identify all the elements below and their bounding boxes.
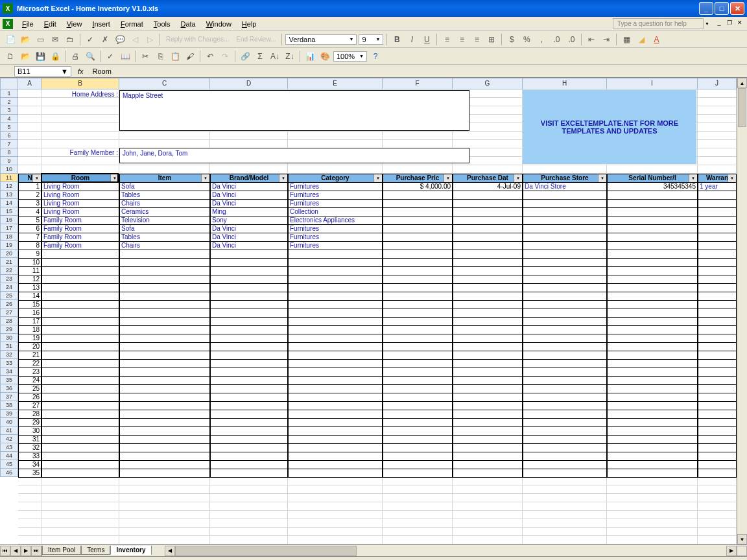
cell[interactable]: 9 bbox=[18, 250, 42, 259]
new-icon[interactable]: 📄 bbox=[4, 33, 17, 46]
increase-indent-button[interactable]: ⇥ bbox=[600, 33, 613, 46]
cell[interactable] bbox=[383, 191, 453, 200]
cell[interactable] bbox=[698, 419, 737, 427]
cell[interactable] bbox=[453, 259, 523, 267]
cell[interactable] bbox=[698, 200, 737, 208]
row-header-35[interactable]: 35 bbox=[0, 376, 18, 384]
cell[interactable] bbox=[42, 444, 119, 452]
cell[interactable] bbox=[523, 444, 607, 452]
cell[interactable] bbox=[383, 309, 453, 318]
cell[interactable] bbox=[288, 444, 383, 452]
cell[interactable]: Sofa bbox=[119, 225, 210, 233]
cell[interactable]: 13 bbox=[18, 284, 42, 292]
cell[interactable] bbox=[288, 410, 383, 419]
table-row[interactable]: 18 bbox=[18, 326, 737, 334]
cell[interactable] bbox=[383, 242, 453, 250]
cell[interactable] bbox=[288, 309, 383, 318]
cell[interactable] bbox=[288, 250, 383, 259]
cell[interactable] bbox=[698, 351, 737, 360]
cell[interactable] bbox=[607, 444, 698, 452]
decrease-indent-button[interactable]: ⇤ bbox=[585, 33, 598, 46]
table-header-category[interactable]: Category▼ bbox=[288, 174, 383, 183]
window-close-button[interactable]: ✕ bbox=[730, 2, 744, 15]
cell[interactable] bbox=[42, 301, 119, 309]
cell[interactable]: 5 bbox=[18, 216, 42, 225]
table-row[interactable]: 33 bbox=[18, 452, 737, 461]
cell[interactable] bbox=[698, 292, 737, 301]
cell[interactable] bbox=[607, 250, 698, 259]
cell[interactable] bbox=[453, 351, 523, 360]
cell[interactable] bbox=[119, 360, 210, 368]
cell[interactable]: Furnitures bbox=[288, 242, 383, 250]
fx-label[interactable]: fx bbox=[71, 67, 90, 75]
cell[interactable] bbox=[119, 452, 210, 461]
currency-button[interactable]: $ bbox=[505, 33, 518, 46]
cell[interactable] bbox=[119, 275, 210, 284]
cell[interactable] bbox=[210, 377, 288, 385]
table-row[interactable]: 15 bbox=[18, 301, 737, 309]
cell[interactable] bbox=[523, 427, 607, 436]
cell[interactable]: 6 bbox=[18, 225, 42, 233]
cell[interactable] bbox=[523, 377, 607, 385]
scroll-left-button[interactable]: ◀ bbox=[165, 546, 175, 556]
cell[interactable] bbox=[523, 267, 607, 275]
table-header-warranty[interactable]: Warran▼ bbox=[698, 174, 737, 183]
cell[interactable] bbox=[42, 267, 119, 275]
table-header-n[interactable]: N▼ bbox=[18, 174, 42, 183]
cell[interactable]: Furnitures bbox=[288, 200, 383, 208]
cell[interactable] bbox=[523, 259, 607, 267]
cell[interactable] bbox=[383, 200, 453, 208]
cell[interactable]: 1 year bbox=[698, 183, 737, 191]
cell[interactable] bbox=[383, 444, 453, 452]
cell[interactable] bbox=[607, 301, 698, 309]
row-header-39[interactable]: 39 bbox=[0, 410, 18, 418]
cell[interactable] bbox=[453, 216, 523, 225]
cell[interactable] bbox=[42, 259, 119, 267]
cell[interactable]: 15 bbox=[18, 301, 42, 309]
row-header-17[interactable]: 17 bbox=[0, 224, 18, 233]
cell[interactable]: 18 bbox=[18, 326, 42, 334]
scroll-right-button[interactable]: ▶ bbox=[726, 546, 737, 556]
doc-close-button[interactable]: ✕ bbox=[735, 19, 744, 29]
cell[interactable] bbox=[383, 292, 453, 301]
cell[interactable] bbox=[210, 419, 288, 427]
cell[interactable] bbox=[383, 250, 453, 259]
menu-window[interactable]: Window bbox=[201, 18, 237, 30]
cell[interactable] bbox=[698, 334, 737, 343]
col-header-A[interactable]: A bbox=[18, 78, 42, 89]
cell[interactable] bbox=[453, 301, 523, 309]
cell[interactable] bbox=[210, 284, 288, 292]
cell[interactable] bbox=[607, 360, 698, 368]
cell[interactable] bbox=[383, 259, 453, 267]
cell[interactable] bbox=[523, 284, 607, 292]
col-header-D[interactable]: D bbox=[210, 78, 288, 89]
cell[interactable] bbox=[210, 385, 288, 393]
cell[interactable] bbox=[210, 427, 288, 436]
cell[interactable]: Furnitures bbox=[288, 225, 383, 233]
cell[interactable] bbox=[698, 275, 737, 284]
table-row[interactable]: 26 bbox=[18, 393, 737, 402]
row-header-26[interactable]: 26 bbox=[0, 300, 18, 309]
row-header-9[interactable]: 9 bbox=[0, 157, 18, 165]
cell[interactable] bbox=[42, 377, 119, 385]
new-doc-icon[interactable]: 🗋 bbox=[4, 50, 17, 63]
cell[interactable] bbox=[698, 250, 737, 259]
cell[interactable] bbox=[42, 292, 119, 301]
cell[interactable] bbox=[523, 385, 607, 393]
merge-button[interactable]: ⊞ bbox=[485, 33, 498, 46]
cell[interactable] bbox=[119, 368, 210, 377]
cell[interactable] bbox=[119, 301, 210, 309]
cell[interactable] bbox=[607, 368, 698, 377]
table-row[interactable]: 35 bbox=[18, 469, 737, 478]
font-color-button[interactable]: A bbox=[650, 33, 663, 46]
cell[interactable] bbox=[42, 385, 119, 393]
cell[interactable] bbox=[698, 461, 737, 469]
table-row[interactable]: 21 bbox=[18, 351, 737, 360]
cell[interactable] bbox=[698, 427, 737, 436]
cell[interactable]: Da Vinci bbox=[210, 242, 288, 250]
table-row[interactable]: 5Family RoomTelevisionSonyElectronics Ap… bbox=[18, 216, 737, 225]
cell[interactable]: 4 bbox=[18, 208, 42, 216]
tab-last-button[interactable]: ⏭ bbox=[31, 546, 42, 556]
cell[interactable]: 24 bbox=[18, 377, 42, 385]
cell[interactable]: 4-Jul-09 bbox=[453, 183, 523, 191]
